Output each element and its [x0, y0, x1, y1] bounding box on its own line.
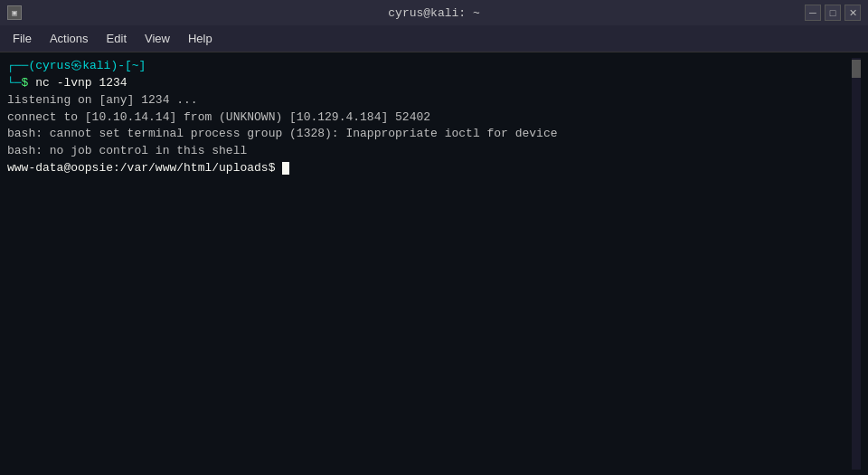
terminal-cursor — [282, 162, 289, 175]
window-title: cyrus@kali: ~ — [0, 6, 868, 20]
window-icon: ▣ — [7, 5, 22, 20]
menu-view[interactable]: View — [137, 28, 177, 49]
minimize-button[interactable]: ─ — [805, 5, 821, 21]
terminal-line-connect: connect to [10.10.14.14] from (UNKNOWN) … — [7, 109, 852, 127]
menu-file[interactable]: File — [5, 28, 39, 49]
terminal-line-command: └─$ nc -lvnp 1234 — [7, 75, 852, 92]
menu-help[interactable]: Help — [181, 28, 220, 49]
close-button[interactable]: ✕ — [844, 5, 861, 21]
terminal-body[interactable]: ┌──(cyrus㉿kali)-[~] └─$ nc -lvnp 1234 li… — [0, 52, 868, 475]
terminal-line-prompt-prefix: ┌──(cyrus㉿kali)-[~] — [7, 58, 852, 75]
menu-actions[interactable]: Actions — [42, 28, 96, 49]
terminal-line-bash-error2: bash: no job control in this shell — [7, 143, 852, 160]
menu-bar: File Actions Edit View Help — [0, 25, 868, 52]
maximize-button[interactable]: □ — [825, 5, 841, 21]
terminal-output[interactable]: ┌──(cyrus㉿kali)-[~] └─$ nc -lvnp 1234 li… — [7, 58, 852, 470]
menu-edit[interactable]: Edit — [99, 28, 134, 49]
terminal-line-listening: listening on [any] 1234 ... — [7, 92, 852, 109]
title-bar-left: ▣ — [7, 5, 22, 20]
title-bar: ▣ cyrus@kali: ~ ─ □ ✕ — [0, 0, 868, 25]
terminal-line-bash-error1: bash: cannot set terminal process group … — [7, 126, 852, 143]
terminal-window: ▣ cyrus@kali: ~ ─ □ ✕ File Actions Edit … — [0, 0, 868, 475]
window-controls: ─ □ ✕ — [805, 5, 861, 21]
terminal-line-shell-prompt: www-data@oopsie:/var/www/html/uploads$ — [7, 160, 852, 177]
scrollbar[interactable] — [852, 58, 861, 470]
scrollbar-thumb[interactable] — [852, 60, 861, 78]
